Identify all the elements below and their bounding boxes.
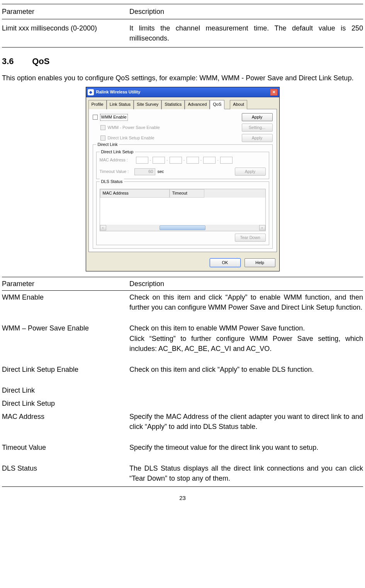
top-hdr-desc: Description <box>129 4 363 19</box>
mac-input-3[interactable] <box>170 157 182 164</box>
timeout-label: Timeout Value : <box>100 169 134 175</box>
mac-input-6[interactable] <box>220 157 233 164</box>
r3-desc: Check on this item and click “Apply” to … <box>129 363 363 376</box>
dls-status-group: DLS Status MAC Address Timeout ‹ › <box>96 181 269 245</box>
r7-desc: Specify the timeout value for the direct… <box>129 441 363 454</box>
chevron-left-icon[interactable]: ‹ <box>100 225 106 230</box>
titlebar: ◆ Ralink Wireless Utility ✕ <box>86 87 279 97</box>
direct-link-setup-title: Direct Link Setup <box>100 149 135 155</box>
section-title: QoS <box>32 56 49 66</box>
teardown-button[interactable]: Tear Down <box>235 234 266 242</box>
tab-link-status[interactable]: Link Status <box>107 100 134 109</box>
pt-hdr-param: Parameter <box>2 277 129 291</box>
top-row-desc: It limits the channel measurement time. … <box>129 19 363 47</box>
r1-param: WMM Enable <box>2 291 129 314</box>
tabstrip: Profile Link Status Site Survey Statisti… <box>86 97 279 109</box>
top-table: Parameter Description Limit xxx millisec… <box>2 4 363 47</box>
screenshot: ◆ Ralink Wireless Utility ✕ Profile Link… <box>2 87 363 271</box>
section-heading: 3.6 QoS <box>2 55 363 68</box>
dls-status-title: DLS Status <box>100 179 124 185</box>
tab-statistics[interactable]: Statistics <box>161 100 185 109</box>
close-icon[interactable]: ✕ <box>270 89 278 96</box>
r7-param: Timeout Value <box>2 441 129 454</box>
r6-param: MAC Address <box>2 410 129 433</box>
r8-desc: The DLS Status displays all the direct l… <box>129 462 363 487</box>
r8-param: DLS Status <box>2 462 129 487</box>
wmm-label: WMM Enable <box>100 114 128 121</box>
scroll-track[interactable] <box>106 225 259 230</box>
section-intro: This option enables you to configure QoS… <box>2 73 363 83</box>
mac-input-2[interactable] <box>153 157 165 164</box>
tab-site-survey[interactable]: Site Survey <box>134 100 161 109</box>
top-hdr-param: Parameter <box>2 4 129 19</box>
app-icon: ◆ <box>88 89 94 95</box>
r6-desc: Specify the MAC Address of the client ad… <box>129 410 363 433</box>
ok-button[interactable]: OK <box>210 258 241 267</box>
apply-button-1[interactable]: Apply <box>242 113 273 121</box>
mac-label: MAC Address : <box>100 157 134 163</box>
dls-body <box>100 198 265 225</box>
apply-button-2[interactable]: Apply <box>242 134 273 142</box>
page-number: 23 <box>2 494 363 502</box>
section-number: 3.6 <box>2 55 30 68</box>
top-row-param: Limit xxx milliseconds (0-2000) <box>2 19 129 47</box>
direct-link-group: Direct Link Direct Link Setup MAC Addres… <box>93 144 273 249</box>
r2-desc-l1: Check on this item to enable WMM Power S… <box>129 323 363 333</box>
r5-param: Direct Link Setup <box>2 397 129 410</box>
apply-button-3[interactable]: Apply <box>235 168 266 176</box>
dls-col-mac[interactable]: MAC Address <box>100 189 170 198</box>
tab-qos[interactable]: QoS <box>210 100 224 109</box>
direct-link-setup-group: Direct Link Setup MAC Address : - - - - … <box>96 152 269 179</box>
bottom-buttons: OK Help <box>86 254 279 271</box>
mac-input-5[interactable] <box>203 157 216 164</box>
timeout-input[interactable]: 60 <box>134 168 155 175</box>
r2-desc-l2: Click “Setting” to further configure WMM… <box>129 334 363 354</box>
direct-link-title: Direct Link <box>96 142 119 148</box>
dls-label: Direct Link Setup Enable <box>108 135 154 141</box>
mac-input-1[interactable] <box>136 157 148 164</box>
setting-button[interactable]: Setting... <box>242 124 273 132</box>
help-button[interactable]: Help <box>244 258 275 267</box>
r3-param: Direct Link Setup Enable <box>2 363 129 376</box>
param-table: Parameter Description WMM Enable Check o… <box>2 277 363 487</box>
r1-desc: Check on this item and click “Apply” to … <box>129 291 363 314</box>
scrollbar[interactable]: ‹ › <box>100 225 265 231</box>
dls-col-timeout[interactable]: Timeout <box>170 189 204 198</box>
dls-checkbox[interactable] <box>100 136 105 141</box>
r4-param: Direct Link <box>2 384 129 397</box>
powersave-label: WMM - Power Save Enable <box>108 125 160 131</box>
mac-input-4[interactable] <box>187 157 199 164</box>
r2-param: WMM – Power Save Enable <box>2 322 129 355</box>
tab-profile[interactable]: Profile <box>88 100 107 109</box>
window-title: Ralink Wireless Utility <box>96 89 141 95</box>
wmm-checkbox[interactable] <box>93 115 98 120</box>
pt-hdr-desc: Description <box>129 277 363 291</box>
sec-label: sec <box>158 169 164 175</box>
powersave-checkbox[interactable] <box>100 125 105 130</box>
r2-desc: Check on this item to enable WMM Power S… <box>129 322 363 355</box>
chevron-right-icon[interactable]: › <box>259 225 265 230</box>
tab-advanced[interactable]: Advanced <box>185 100 210 109</box>
tabpane: WMM Enable Apply WMM - Power Save Enable… <box>88 109 277 252</box>
window: ◆ Ralink Wireless Utility ✕ Profile Link… <box>86 87 280 271</box>
dls-table: MAC Address Timeout ‹ › <box>100 189 266 231</box>
scroll-thumb[interactable] <box>160 225 205 230</box>
tab-about[interactable]: About <box>230 100 247 109</box>
